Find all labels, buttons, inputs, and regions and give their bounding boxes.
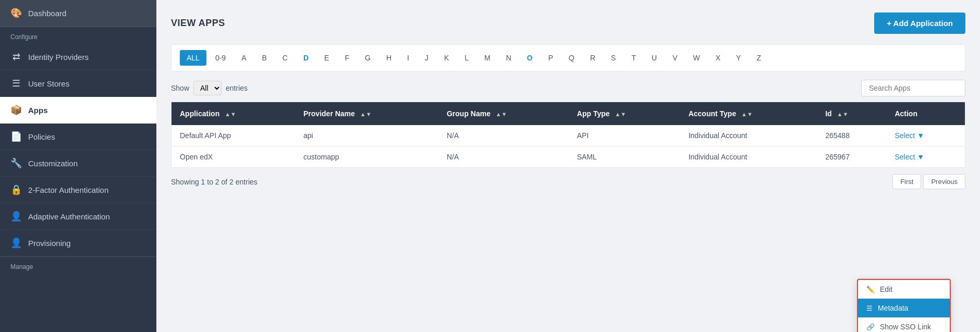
cell-provider-1: customapp bbox=[295, 146, 438, 168]
cell-id-1: 265967 bbox=[817, 146, 886, 168]
filter-z[interactable]: Z bbox=[750, 50, 768, 66]
sort-accounttype-icon[interactable]: ▲▼ bbox=[741, 111, 753, 117]
filter-v[interactable]: V bbox=[666, 50, 684, 66]
sidebar-item-label: Adaptive Authentication bbox=[28, 212, 110, 221]
filter-b[interactable]: B bbox=[255, 50, 274, 66]
page-header: VIEW APPS + Add Application bbox=[171, 13, 965, 34]
apps-table: Application ▲▼ Provider Name ▲▼ Group Na… bbox=[171, 102, 965, 168]
filter-y[interactable]: Y bbox=[729, 50, 748, 66]
cell-group-0: N/A bbox=[438, 125, 569, 146]
customization-icon: 🔧 bbox=[10, 157, 22, 169]
sidebar-item-policies[interactable]: 📄 Policies bbox=[0, 124, 156, 150]
sidebar-item-dashboard[interactable]: 🎨 Dashboard bbox=[0, 0, 156, 27]
sidebar-item-2fa[interactable]: 🔒 2-Factor Authentication bbox=[0, 177, 156, 203]
filter-q[interactable]: Q bbox=[562, 50, 581, 66]
identity-providers-icon: ⇄ bbox=[10, 51, 22, 63]
dashboard-icon: 🎨 bbox=[10, 7, 22, 19]
dropdown-item-metadata[interactable]: ☰ Metadata bbox=[858, 299, 950, 317]
sidebar-item-label: 2-Factor Authentication bbox=[28, 186, 108, 194]
sidebar-item-identity-providers[interactable]: ⇄ Identity Providers bbox=[0, 44, 156, 70]
sort-provider-icon[interactable]: ▲▼ bbox=[360, 111, 372, 117]
dropdown-item-label: Metadata bbox=[878, 304, 908, 312]
first-page-button[interactable]: First bbox=[892, 174, 921, 189]
sidebar-item-label: Identity Providers bbox=[28, 53, 89, 62]
col-account-type: Account Type ▲▼ bbox=[680, 102, 817, 126]
dropdown-item-show-sso[interactable]: 🔗 Show SSO Link bbox=[858, 317, 950, 332]
sidebar-item-provisioning[interactable]: 👤 Provisioning bbox=[0, 230, 156, 256]
metadata-icon: ☰ bbox=[866, 304, 873, 312]
sso-link-icon: 🔗 bbox=[866, 323, 875, 331]
filter-p[interactable]: P bbox=[542, 50, 560, 66]
filter-r[interactable]: R bbox=[583, 50, 602, 66]
filter-h[interactable]: H bbox=[379, 50, 398, 66]
filter-g[interactable]: G bbox=[358, 50, 377, 66]
table-row: Default API App api N/A API Individual A… bbox=[172, 125, 965, 146]
col-id: Id ▲▼ bbox=[817, 102, 886, 126]
filter-j[interactable]: J bbox=[418, 50, 435, 66]
table-row: Open edX customapp N/A SAML Individual A… bbox=[172, 146, 965, 168]
entries-label: entries bbox=[226, 84, 248, 92]
cell-accounttype-1: Individual Account bbox=[680, 146, 817, 168]
filter-s[interactable]: S bbox=[604, 50, 622, 66]
filter-i[interactable]: I bbox=[400, 50, 416, 66]
sidebar-item-adaptive-auth[interactable]: 👤 Adaptive Authentication bbox=[0, 203, 156, 230]
adaptive-auth-icon: 👤 bbox=[10, 211, 22, 222]
filter-d[interactable]: D bbox=[297, 50, 315, 66]
sidebar-item-customization[interactable]: 🔧 Customization bbox=[0, 150, 156, 177]
filter-e[interactable]: E bbox=[317, 50, 336, 66]
apps-icon: 📦 bbox=[10, 104, 22, 116]
filter-n[interactable]: N bbox=[499, 50, 518, 66]
filter-all[interactable]: ALL bbox=[180, 50, 206, 66]
search-input[interactable] bbox=[861, 80, 965, 96]
dropdown-item-label: Edit bbox=[880, 285, 892, 293]
sidebar-item-label: User Stores bbox=[28, 79, 69, 88]
entries-select[interactable]: All 10 25 50 bbox=[193, 81, 222, 95]
cell-apptype-1: SAML bbox=[569, 146, 680, 168]
filter-x[interactable]: X bbox=[709, 50, 727, 66]
sort-apptype-icon[interactable]: ▲▼ bbox=[615, 111, 626, 117]
dropdown-item-label: Show SSO Link bbox=[880, 323, 931, 331]
prev-page-button[interactable]: Previous bbox=[923, 174, 965, 189]
manage-section-label: Manage bbox=[0, 256, 156, 274]
page-title: VIEW APPS bbox=[171, 18, 225, 29]
main-content: VIEW APPS + Add Application ALL 0-9 A B … bbox=[156, 0, 980, 332]
filter-09[interactable]: 0-9 bbox=[209, 50, 232, 66]
sort-application-icon[interactable]: ▲▼ bbox=[225, 111, 236, 117]
select-button-0[interactable]: Select ▼ bbox=[895, 131, 924, 140]
table-header-row: Application ▲▼ Provider Name ▲▼ Group Na… bbox=[172, 102, 965, 126]
sidebar-item-apps[interactable]: 📦 Apps bbox=[0, 97, 156, 124]
policies-icon: 📄 bbox=[10, 131, 22, 142]
sidebar-item-user-stores[interactable]: ☰ User Stores bbox=[0, 70, 156, 97]
sidebar-item-label: Provisioning bbox=[28, 239, 71, 248]
filter-c[interactable]: C bbox=[276, 50, 295, 66]
sidebar-item-label: Dashboard bbox=[28, 9, 66, 18]
filter-k[interactable]: K bbox=[437, 50, 456, 66]
filter-u[interactable]: U bbox=[645, 50, 664, 66]
col-provider-name: Provider Name ▲▼ bbox=[295, 102, 438, 126]
select-button-1[interactable]: Select ▼ bbox=[895, 153, 924, 161]
filter-a[interactable]: A bbox=[235, 50, 253, 66]
table-wrapper: Application ▲▼ Provider Name ▲▼ Group Na… bbox=[171, 102, 965, 168]
cell-application-1: Open edX bbox=[172, 146, 296, 168]
cell-apptype-0: API bbox=[569, 125, 680, 146]
show-label: Show bbox=[171, 84, 189, 92]
sidebar-item-label: Customization bbox=[28, 159, 78, 168]
add-application-button[interactable]: + Add Application bbox=[874, 13, 965, 34]
filter-w[interactable]: W bbox=[686, 50, 706, 66]
sort-group-icon[interactable]: ▲▼ bbox=[496, 111, 507, 117]
filter-o[interactable]: O bbox=[520, 50, 540, 66]
filter-t[interactable]: T bbox=[624, 50, 643, 66]
chevron-down-icon: ▼ bbox=[917, 131, 924, 140]
filter-f[interactable]: F bbox=[338, 50, 356, 66]
sort-id-icon[interactable]: ▲▼ bbox=[837, 111, 849, 117]
sidebar-item-label: Apps bbox=[28, 106, 48, 115]
cell-accounttype-0: Individual Account bbox=[680, 125, 817, 146]
chevron-down-icon: ▼ bbox=[917, 153, 924, 161]
col-group-name: Group Name ▲▼ bbox=[438, 102, 569, 126]
filter-m[interactable]: M bbox=[477, 50, 497, 66]
cell-action-0: Select ▼ bbox=[886, 125, 965, 146]
show-entries-control: Show All 10 25 50 entries bbox=[171, 81, 248, 95]
2fa-icon: 🔒 bbox=[10, 184, 22, 195]
dropdown-item-edit[interactable]: ✏️ Edit bbox=[858, 280, 950, 299]
filter-l[interactable]: L bbox=[458, 50, 475, 66]
